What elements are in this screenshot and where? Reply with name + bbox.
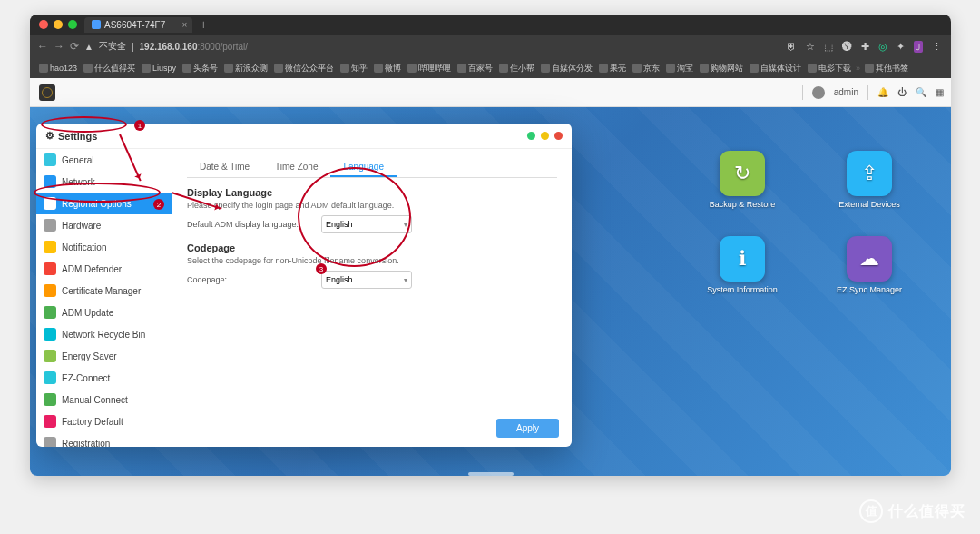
sidebar-item[interactable]: Registration — [36, 432, 172, 447]
tab-date & time[interactable]: Date & Time — [187, 158, 262, 177]
section-desc: Please specify the login page and ADM de… — [187, 201, 557, 210]
bookmark-item[interactable]: 电影下载 — [806, 63, 853, 74]
browser-tabbar: AS6604T-74F7 × + — [30, 15, 951, 35]
power-icon[interactable]: ⏻ — [897, 87, 906, 97]
field-label: Codepage: — [187, 275, 314, 284]
max-icon[interactable] — [541, 132, 549, 140]
sidebar-item[interactable]: General — [36, 149, 172, 171]
settings-main: Date & TimeTime ZoneLanguage Display Lan… — [172, 149, 572, 447]
search-icon[interactable]: 🔍 — [916, 87, 926, 97]
sidebar-item[interactable]: Notification — [36, 236, 172, 258]
settings-titlebar: ⚙Settings — [36, 124, 572, 149]
bookmark-item[interactable]: Liuspy — [140, 64, 178, 73]
bookmark-item[interactable]: 购物网站 — [698, 63, 745, 74]
adm-logo-icon[interactable] — [39, 84, 55, 101]
desktop-icons: ↻Backup & Restore⇪External DevicesℹSyste… — [697, 151, 915, 294]
codepage-select[interactable]: English — [321, 271, 412, 289]
watermark: 值 什么值得买 — [859, 499, 965, 523]
bookmark-item[interactable]: hao123 — [37, 64, 79, 73]
bookmark-item[interactable]: 果壳 — [597, 63, 628, 74]
settings-tabs: Date & TimeTime ZoneLanguage — [187, 158, 557, 178]
sidebar-item[interactable]: Hardware — [36, 214, 172, 236]
back-icon[interactable]: ← — [37, 40, 48, 53]
settings-title: Settings — [58, 131, 97, 142]
window-traffic-lights — [30, 15, 86, 35]
bookmark-item[interactable]: 自媒体分发 — [539, 63, 594, 74]
grid-icon[interactable]: ▦ — [936, 87, 944, 97]
bell-icon[interactable]: 🔔 — [877, 87, 888, 97]
close-icon[interactable] — [554, 132, 563, 140]
avatar-icon[interactable] — [812, 86, 825, 99]
bookmark-item[interactable]: 哔哩哔哩 — [406, 63, 453, 74]
desktop-icon[interactable]: ℹSystem Information — [697, 236, 788, 294]
bookmark-item[interactable]: 知乎 — [338, 63, 369, 74]
sidebar-item[interactable]: Energy Saver — [36, 345, 172, 367]
bookmark-item[interactable]: 住小帮 — [497, 63, 536, 74]
sidebar-item[interactable]: ADM Update — [36, 302, 172, 323]
desktop-icon[interactable]: ⇪External Devices — [824, 151, 915, 209]
forward-icon[interactable]: → — [54, 40, 64, 53]
codepage-section: Codepage Select the codepage for non-Uni… — [187, 242, 557, 289]
reload-icon[interactable]: ⟳ — [70, 40, 79, 53]
browser-tab[interactable]: AS6604T-74F7 × — [84, 17, 192, 33]
minimize-dot[interactable] — [54, 20, 63, 29]
new-tab-icon[interactable]: + — [200, 17, 207, 32]
field-label: Default ADM display language: — [187, 220, 314, 229]
zoom-dot[interactable] — [68, 20, 77, 29]
extensions-icon[interactable]: ✦ — [897, 41, 905, 53]
sidebar-item[interactable]: EZ-Connect — [36, 367, 172, 389]
dock-indicator — [468, 472, 514, 476]
menu-icon[interactable]: ⋮ — [932, 41, 942, 53]
sidebar-item[interactable]: Network — [36, 171, 172, 193]
sidebar-item[interactable]: Manual Connect — [36, 389, 172, 410]
tab-favicon — [92, 20, 101, 29]
gear-icon: ⚙ — [45, 130, 54, 142]
desktop-icon[interactable]: ↻Backup & Restore — [697, 151, 788, 209]
watermark-icon: 值 — [859, 499, 883, 523]
settings-window: ⚙Settings GeneralNetworkRegional Options… — [36, 124, 572, 447]
security-label: 不安全 — [99, 40, 126, 53]
bookmark-item[interactable]: 头条号 — [181, 63, 220, 74]
close-dot[interactable] — [39, 20, 48, 29]
shield-icon[interactable]: ⛨ — [787, 41, 797, 52]
tab-language[interactable]: Language — [330, 158, 397, 177]
url-bar: ← → ⟳ ▲ 不安全 | 192.168.0.160:8000/portal/… — [30, 35, 951, 58]
display-language-section: Display Language Please specify the logi… — [187, 187, 557, 233]
bookmark-item[interactable]: 什么值得买 — [82, 63, 137, 74]
desktop-icon[interactable]: ☁EZ Sync Manager — [824, 236, 915, 294]
settings-sidebar: GeneralNetworkRegional OptionsHardwareNo… — [36, 149, 172, 447]
section-heading: Display Language — [187, 187, 557, 198]
security-icon: ▲ — [84, 42, 93, 52]
min-icon[interactable] — [527, 132, 535, 140]
bookmark-item[interactable]: 自媒体设计 — [748, 63, 803, 74]
sidebar-item[interactable]: ADM Defender — [36, 258, 172, 280]
bookmark-item[interactable]: 百家号 — [456, 63, 495, 74]
user-label: admin — [834, 87, 858, 97]
adm-topbar: admin 🔔 ⏻ 🔍 ▦ — [30, 78, 951, 107]
bookmark-item[interactable]: 新浪众测 — [222, 63, 270, 74]
bookmark-item[interactable]: 京东 — [631, 63, 662, 74]
apply-button[interactable]: Apply — [496, 419, 559, 438]
display-language-select[interactable]: English — [321, 215, 412, 233]
adm-desktop: admin 🔔 ⏻ 🔍 ▦ ↻Backup & Restore⇪External… — [30, 78, 951, 476]
tab-time zone[interactable]: Time Zone — [262, 158, 330, 177]
star-icon[interactable]: ☆ — [806, 41, 815, 53]
section-heading: Codepage — [187, 242, 557, 253]
close-icon[interactable]: × — [181, 20, 187, 30]
tab-title: AS6604T-74F7 — [104, 20, 165, 30]
bookmark-item[interactable]: 其他书签 — [863, 63, 910, 74]
sidebar-item[interactable]: Certificate Manager — [36, 280, 172, 302]
bookmark-item[interactable]: 微博 — [372, 63, 403, 74]
bookmark-bar: hao123什么值得买Liuspy头条号新浪众测微信公众平台知乎微博哔哩哔哩百家… — [30, 58, 951, 78]
section-desc: Select the codepage for non-Unicode file… — [187, 256, 557, 265]
bookmark-item[interactable]: 微信公众平台 — [272, 63, 336, 74]
watermark-text: 什么值得买 — [888, 502, 965, 521]
sidebar-item[interactable]: Regional Options — [36, 193, 172, 214]
bookmark-item[interactable]: 淘宝 — [664, 63, 695, 74]
browser-window: AS6604T-74F7 × + ← → ⟳ ▲ 不安全 | 192.168.0… — [30, 15, 951, 476]
url-field[interactable]: 192.168.0.160:8000/portal/ — [140, 42, 779, 52]
sidebar-item[interactable]: Network Recycle Bin — [36, 323, 172, 345]
sidebar-item[interactable]: Factory Default — [36, 410, 172, 432]
